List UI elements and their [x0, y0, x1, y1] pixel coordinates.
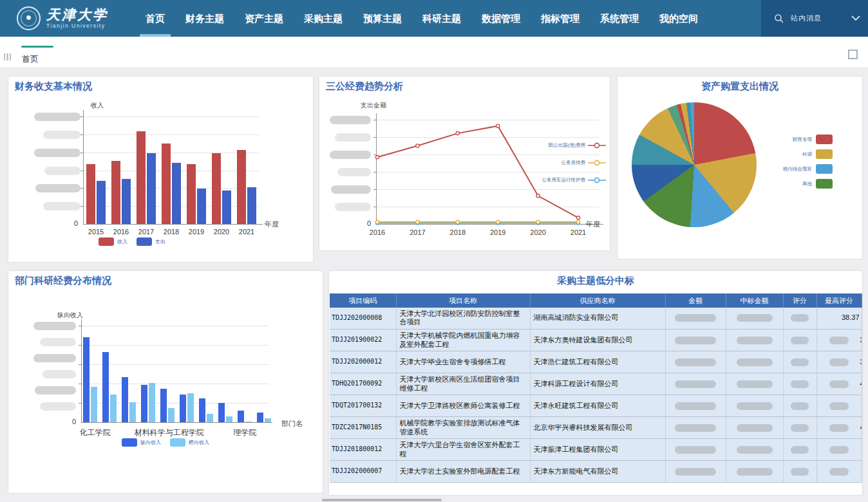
bar-横向收入: [168, 408, 175, 423]
legend-label: 横向收入: [189, 439, 209, 446]
legend-item-支出[interactable]: 支出: [137, 237, 165, 246]
nav-item-指标管理[interactable]: 指标管理: [531, 0, 590, 37]
redacted-value: [675, 314, 716, 322]
x-axis-line: [83, 224, 263, 225]
gridline: [81, 364, 269, 365]
gridline: [376, 137, 599, 138]
gridline: [376, 189, 599, 190]
x-tick-label: 2016: [113, 228, 129, 236]
site-message-label[interactable]: 站内消息: [791, 14, 822, 23]
cell-amount: [665, 461, 726, 483]
chart-legend: 收入支出: [99, 237, 165, 246]
y-origin-label: 0: [72, 418, 76, 425]
cell-supplier: 天津浩仁建筑工程有限公司: [530, 351, 665, 373]
cell-amount: [665, 308, 726, 330]
legend-label: 纵向收入: [140, 439, 161, 446]
drag-handle-icon[interactable]: [4, 53, 11, 60]
cell-supplier: 天津东方新能电气有限公司: [530, 461, 665, 483]
x-tick-label: 2017: [410, 228, 425, 236]
nav-item-财务主题[interactable]: 财务主题: [175, 0, 234, 37]
bar-横向收入: [149, 383, 155, 423]
tab-bar: 首页: [0, 37, 868, 68]
nav-item-预算主题[interactable]: 预算主题: [353, 0, 412, 37]
cell-project-code: TDZC2017N0185: [330, 417, 396, 439]
legend-item-横向收入[interactable]: 横向收入: [170, 438, 209, 447]
nav-item-我的空间[interactable]: 我的空间: [649, 0, 708, 37]
redacted-value: [791, 358, 809, 366]
nav-search-area: 站内消息: [761, 0, 868, 37]
legend-swatch: [170, 438, 185, 447]
bar-横向收入: [91, 387, 97, 423]
legend-item-因公出国(境)费用[interactable]: 因公出国(境)费用: [522, 142, 606, 149]
y-axis-line: [376, 113, 377, 224]
legend-item-其他[interactable]: 其他: [772, 179, 833, 189]
bar-支出: [122, 179, 131, 224]
legend-item-纵向收入[interactable]: 纵向收入: [122, 438, 161, 447]
gridline: [83, 171, 259, 171]
column-header-评分: 评分: [783, 294, 816, 308]
legend-label: 公务用车运行维护费: [542, 177, 586, 183]
nav-item-资产主题[interactable]: 资产主题: [234, 0, 294, 37]
gridline: [83, 153, 259, 153]
column-header-供应商名称: 供应商名称: [530, 294, 665, 308]
column-header-中标金额: 中标金额: [726, 294, 783, 308]
cell-project-name: 天津大学机械学院内燃机国重电力增容及室外配套工程: [396, 330, 530, 351]
legend-swatch: [137, 237, 152, 246]
cell-bid-amount: [726, 330, 783, 351]
legend-item-公务接待费[interactable]: 公务接待费: [522, 160, 606, 166]
bar-横向收入: [265, 418, 271, 422]
panel-title: 采购主题低分中标: [329, 275, 862, 287]
bar-纵向收入: [160, 389, 167, 423]
cell-project-name: 天津大学六里台学生宿舍区室外配套工程: [396, 439, 530, 461]
legend-item-科研[interactable]: 科研: [772, 149, 833, 159]
cell-score: [783, 417, 816, 439]
bar-纵向收入: [141, 385, 147, 423]
cell-score: [783, 461, 816, 483]
legend-item-校内综合预算[interactable]: 校内综合预算: [772, 164, 833, 174]
legend-item-财政专项[interactable]: 财政专项: [772, 135, 833, 144]
horizontal-scrollbar-thumb[interactable]: [322, 499, 442, 501]
cell-score: [783, 439, 816, 461]
cell-amount: [665, 417, 726, 439]
redacted-value: [829, 358, 849, 366]
bar-纵向收入: [218, 403, 225, 422]
layout-checkbox[interactable]: [848, 50, 858, 59]
redacted-value: [737, 314, 773, 322]
x-tick-label: 2016: [370, 228, 385, 236]
nav-item-数据管理[interactable]: 数据管理: [471, 0, 531, 37]
cell-supplier: 北京华宇兴睿科技发展有限公司: [530, 417, 665, 439]
redacted-value: [791, 380, 809, 388]
bar-收入: [111, 161, 120, 225]
cell-project-code: TDJJ202000012: [330, 351, 396, 373]
emblem-inner: [21, 10, 37, 26]
tab-home[interactable]: 首页: [22, 53, 39, 65]
redacted-ytick-label: [44, 167, 80, 175]
chevron-down-icon[interactable]: [851, 15, 860, 21]
nav-item-首页[interactable]: 首页: [135, 0, 175, 37]
column-header-金额: 金额: [665, 294, 726, 308]
redacted-value: [791, 446, 809, 454]
nav-item-采购主题[interactable]: 采购主题: [294, 0, 353, 37]
cell-supplier: 天津永旺建筑工程有限公司: [530, 395, 665, 417]
cell-max-score: [816, 395, 862, 417]
cell-amount: [665, 330, 726, 351]
column-header-最高评分: 最高评分: [816, 294, 862, 308]
x-tick-label: 理学院: [234, 427, 257, 438]
panel-dept-research-funds: 部门科研经费分布情况 0纵向收入部门名化工学院材料科学与工程学院理学院纵向收入横…: [8, 270, 323, 494]
redacted-value: [829, 337, 849, 344]
nav-item-科研主题[interactable]: 科研主题: [412, 0, 471, 37]
legend-item-收入[interactable]: 收入: [99, 237, 127, 246]
redacted-value: [829, 446, 849, 454]
cell-supplier: 天津东方奥特建设集团有限公司: [530, 330, 665, 351]
bar-收入: [237, 150, 246, 224]
redacted-ytick-label: [42, 370, 76, 378]
nav-menu: 首页财务主题资产主题采购主题预算主题科研主题数据管理指标管理系统管理我的空间: [135, 0, 708, 37]
redacted-value: [737, 337, 773, 344]
redacted-ytick-label: [40, 338, 76, 346]
search-icon[interactable]: [774, 14, 784, 24]
legend-item-公务用车运行维护费[interactable]: 公务用车运行维护费: [522, 177, 606, 183]
redacted-value: [675, 468, 716, 476]
nav-item-系统管理[interactable]: 系统管理: [590, 0, 649, 37]
redacted-ytick-label: [335, 203, 371, 211]
redacted-value: [675, 358, 716, 366]
